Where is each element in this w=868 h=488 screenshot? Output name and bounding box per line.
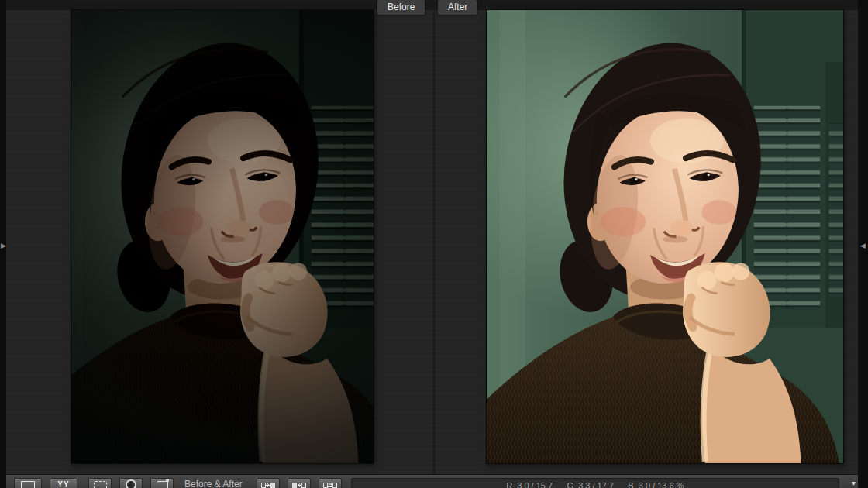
tab-before: Before	[377, 0, 425, 15]
pane-divider	[433, 10, 435, 474]
before-after-view-button[interactable]: YY	[50, 478, 78, 488]
after-photo[interactable]	[487, 10, 843, 463]
loupe-view-icon	[21, 481, 35, 488]
copy-after-to-before-button[interactable]	[288, 478, 311, 488]
rgb-readout-text: R 3.0 / 15.7 G 3.3 / 17.7 B 3.0 / 13.6 %	[506, 481, 684, 488]
left-panel-expand-arrow-icon[interactable]: ▶	[1, 242, 6, 249]
app-window: Before After ▶ ◀ YY Before & After	[0, 0, 868, 488]
loupe-view-button[interactable]	[14, 478, 42, 488]
spot-removal-icon	[126, 479, 136, 488]
adjustment-tool-icon	[157, 481, 168, 488]
bottom-toolbar: YY Before & After	[6, 474, 858, 488]
copy-before-to-after-button[interactable]	[257, 478, 280, 488]
toolbar-options-arrow-icon[interactable]: ▾	[852, 479, 856, 487]
tab-after: After	[438, 0, 477, 15]
portrait-before-image	[71, 10, 374, 463]
copy-before-to-after-icon	[261, 481, 275, 488]
crop-overlay-icon	[94, 481, 107, 488]
adjustment-tool-button[interactable]	[150, 478, 174, 488]
before-after-view-icon: YY	[57, 481, 69, 488]
portrait-after-image	[487, 10, 843, 463]
crop-overlay-button[interactable]	[88, 478, 112, 488]
spot-removal-button[interactable]	[119, 478, 143, 488]
swap-before-after-button[interactable]	[319, 478, 342, 488]
right-panel-expand-arrow-icon[interactable]: ◀	[860, 242, 866, 249]
top-strip	[6, 0, 858, 10]
view-mode-label: Before & After	[184, 478, 243, 488]
before-photo[interactable]	[71, 10, 374, 463]
swap-before-after-icon	[323, 481, 337, 488]
rgb-readout-field: R 3.0 / 15.7 G 3.3 / 17.7 B 3.0 / 13.6 %	[351, 478, 839, 488]
copy-after-to-before-icon	[292, 481, 306, 488]
